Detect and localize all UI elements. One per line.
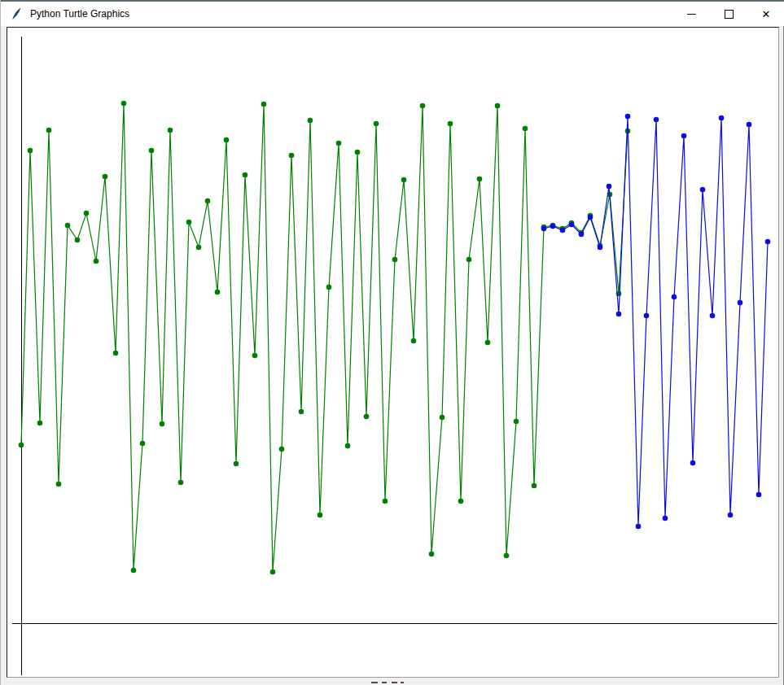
maximize-icon <box>725 10 734 19</box>
maximize-button[interactable] <box>710 2 747 26</box>
minimize-icon <box>687 14 696 15</box>
titlebar[interactable]: Python Turtle Graphics ✕ <box>1 2 784 26</box>
close-icon: ✕ <box>762 9 771 20</box>
close-button[interactable]: ✕ <box>747 2 784 26</box>
turtle-graphics-window: Python Turtle Graphics ✕ <box>0 0 784 685</box>
minimize-button[interactable] <box>672 2 710 26</box>
tk-feather-icon <box>10 7 23 20</box>
window-title: Python Turtle Graphics <box>30 8 129 20</box>
edge-artifact-mark <box>401 682 404 683</box>
edge-artifact-mark <box>382 682 387 683</box>
window-controls: ✕ <box>672 2 784 26</box>
edge-artifact-mark <box>371 682 378 683</box>
turtle-canvas <box>7 27 779 678</box>
edge-artifact-mark <box>392 682 397 683</box>
plot-area <box>7 28 778 677</box>
